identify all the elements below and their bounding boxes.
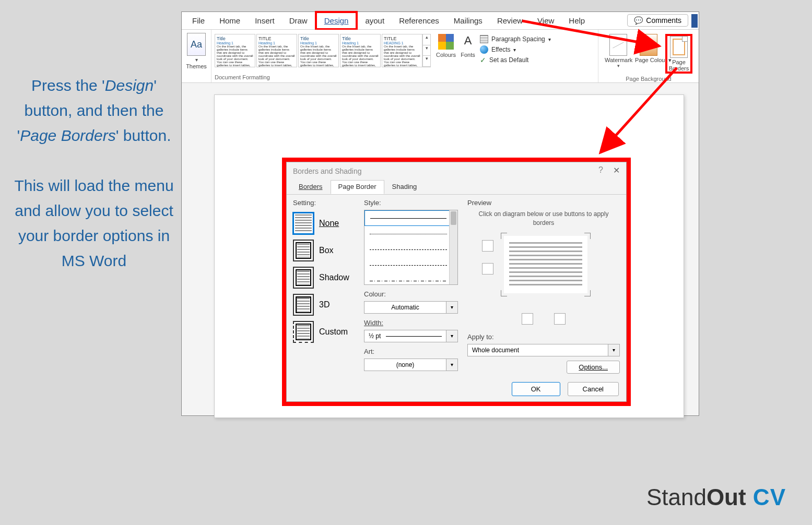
fonts-button[interactable]: A Fonts [457, 32, 479, 69]
setting-box-icon [293, 240, 314, 261]
instructions-panel: Press the 'Design' button, and then the … [10, 73, 178, 273]
border-right-button[interactable] [554, 313, 566, 325]
tab-file[interactable]: File [185, 13, 212, 28]
page-borders-icon [670, 36, 688, 58]
tab-insert[interactable]: Insert [248, 13, 282, 28]
tab-references[interactable]: References [392, 13, 446, 28]
ok-button[interactable]: OK [512, 382, 560, 396]
page-background-group: Watermark ▾ Page Colour ▾ Page Borders P… [598, 30, 699, 82]
apply-to-dropdown[interactable]: Whole document ▾ [467, 344, 620, 356]
setting-custom-icon [293, 321, 314, 343]
format-options: Paragraph Spacing▾ Effects▾ ✓Set as Defa… [479, 32, 562, 69]
dialog-tab-shading[interactable]: Shading [384, 180, 425, 194]
style-scrollbar[interactable] [449, 210, 457, 284]
tab-design[interactable]: Design [315, 11, 358, 30]
gallery-item[interactable]: TitleHeading 1On the Insert tab, the gal… [215, 34, 255, 67]
setting-shadow[interactable]: Shadow [293, 264, 355, 291]
setting-custom[interactable]: Custom [293, 318, 355, 345]
dialog-tab-page-border[interactable]: Page Border [331, 180, 384, 194]
instruction-p2: This will load the menu and allow you to… [10, 173, 178, 273]
border-left-button[interactable] [522, 313, 533, 325]
gallery-item[interactable]: TITLEHeading 1On the Insert tab, the gal… [256, 34, 297, 67]
gallery-item[interactable]: TitleHeading 1On the Insert tab, the gal… [298, 34, 339, 67]
chevron-down-icon: ▾ [446, 330, 458, 342]
check-icon: ✓ [480, 56, 486, 64]
dialog-highlight: Borders and Shading ? ✕ Borders Page Bor… [282, 158, 631, 406]
tab-view[interactable]: View [530, 13, 561, 28]
apply-to-group: Apply to: Whole document ▾ [467, 333, 620, 356]
setting-none[interactable]: None [293, 210, 355, 237]
dialog-footer: OK Cancel [512, 382, 619, 396]
page-colour-button[interactable]: Page Colour ▾ [635, 34, 662, 74]
tab-mailings[interactable]: Mailings [446, 13, 490, 28]
border-bottom-button[interactable] [482, 263, 493, 275]
instruction-p1: Press the 'Design' button, and then the … [10, 73, 178, 148]
style-option-dashed-fine[interactable] [364, 242, 457, 257]
style-option-dashed[interactable] [364, 257, 457, 273]
page-colour-icon [640, 34, 657, 56]
preview-bottom-buttons [467, 313, 620, 327]
preview-column: Preview Click on diagram below or use bu… [467, 199, 620, 372]
dialog-close-button[interactable]: ✕ [613, 165, 620, 175]
tab-review[interactable]: Review [490, 13, 530, 28]
tab-draw[interactable]: Draw [282, 13, 315, 28]
document-formatting-group: TitleHeading 1On the Insert tab, the gal… [211, 30, 598, 82]
tab-home[interactable]: Home [212, 13, 248, 28]
chevron-down-icon: ▾ [446, 359, 458, 371]
options-button[interactable]: Options... [567, 361, 620, 374]
fonts-icon: A [461, 34, 475, 50]
apply-to-label: Apply to: [467, 333, 620, 341]
width-dropdown[interactable]: ½ pt ▾ [364, 330, 458, 342]
style-option-dotted[interactable] [364, 226, 457, 242]
preview-stage [467, 233, 620, 311]
dialog-help-button[interactable]: ? [598, 165, 603, 175]
watermark-icon [609, 34, 627, 56]
chevron-down-icon: ▾ [608, 344, 620, 356]
colours-button[interactable]: Colours [435, 32, 457, 69]
paragraph-spacing-button[interactable]: Paragraph Spacing▾ [480, 34, 561, 44]
style-column: Style: Colour: Automatic ▾ Width: ½ pt [364, 199, 458, 372]
setting-label: Setting: [293, 199, 355, 207]
setting-box[interactable]: Box [293, 237, 355, 264]
preview-page[interactable] [504, 236, 587, 293]
watermark-button[interactable]: Watermark ▾ [605, 34, 632, 74]
effects-icon [480, 45, 488, 54]
tab-layout[interactable]: ayout [358, 13, 392, 28]
width-value: ½ pt [364, 330, 446, 342]
themes-button[interactable]: Aa Themes [185, 32, 208, 69]
effects-button[interactable]: Effects▾ [480, 44, 561, 55]
themes-group: Aa Themes [182, 30, 211, 82]
width-label: Width: [364, 319, 458, 327]
ribbon-tabs: File Home Insert Draw Design ayout Refer… [182, 12, 699, 30]
preview-label: Preview [467, 199, 620, 207]
share-button-stub[interactable] [691, 14, 698, 28]
cancel-button[interactable]: Cancel [568, 382, 619, 396]
gallery-item[interactable]: TITLEHEADING 1On the Insert tab, the gal… [382, 34, 422, 67]
setting-3d[interactable]: 3D [293, 291, 355, 318]
comments-button[interactable]: 💬 Comments [627, 14, 688, 27]
art-label: Art: [364, 348, 458, 355]
style-gallery[interactable]: TitleHeading 1On the Insert tab, the gal… [215, 32, 422, 69]
style-option-dashdot[interactable] [364, 273, 457, 289]
setting-3d-icon [293, 294, 314, 316]
dialog-body: Setting: None Box Shadow 3D [287, 195, 626, 376]
style-list[interactable] [364, 210, 458, 285]
themes-icon: Aa [187, 33, 206, 56]
fonts-label: Fonts [457, 52, 479, 58]
art-value: (none) [364, 359, 446, 371]
art-dropdown[interactable]: (none) ▾ [364, 359, 458, 371]
branding-logo: StandOut CV [646, 484, 786, 510]
style-option-solid[interactable] [364, 210, 457, 226]
set-default-button[interactable]: ✓Set as Default [480, 55, 561, 65]
border-top-button[interactable] [482, 240, 493, 252]
colour-dropdown[interactable]: Automatic ▾ [364, 301, 458, 314]
dialog-tabs: Borders Page Border Shading [287, 180, 626, 195]
ribbon-toolbar: Aa Themes TitleHeading 1On the Insert ta… [182, 30, 699, 83]
themes-label: Themes [185, 63, 208, 69]
gallery-item[interactable]: TitleHeading 1On the Insert tab, the gal… [340, 34, 381, 67]
dialog-tab-borders[interactable]: Borders [291, 180, 331, 194]
style-label: Style: [364, 199, 458, 207]
gallery-scroll[interactable]: ▴▾▾ [422, 34, 431, 67]
page-borders-button[interactable]: Page Borders [665, 34, 692, 74]
tab-help[interactable]: Help [561, 13, 592, 28]
